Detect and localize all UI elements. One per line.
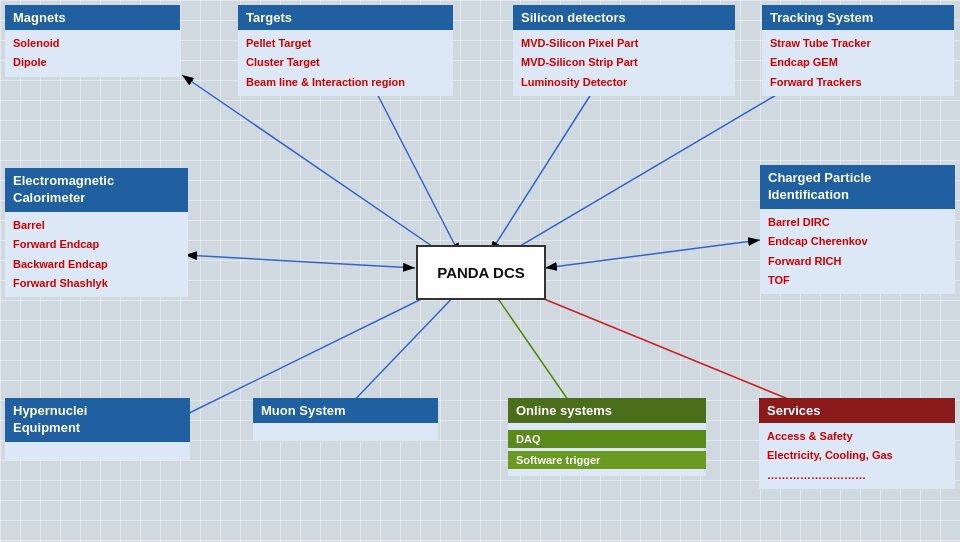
emcal-title: ElectromagneticCalorimeter	[5, 168, 188, 212]
list-item: Electricity, Cooling, Gas	[767, 446, 947, 465]
silicon-title: Silicon detectors	[513, 5, 735, 30]
list-item: Endcap GEM	[770, 53, 946, 72]
list-item: Forward RICH	[768, 252, 947, 271]
magnets-title: Magnets	[5, 5, 180, 30]
targets-box: Targets Pellet Target Cluster Target Bea…	[238, 5, 453, 96]
online-title: Online systems	[508, 398, 706, 423]
list-item: Software trigger	[508, 451, 706, 469]
panda-dcs-box: PANDA DCS	[416, 245, 546, 300]
hypernuclei-box: HypernucleiEquipment	[5, 398, 190, 460]
list-item: MVD-Silicon Pixel Part	[521, 34, 727, 53]
services-box: Services Access & Safety Electricity, Co…	[759, 398, 955, 489]
magnets-box: Magnets Solenoid Dipole	[5, 5, 180, 77]
muon-box: Muon System	[253, 398, 438, 441]
list-item: Dipole	[13, 53, 172, 72]
list-item: MVD-Silicon Strip Part	[521, 53, 727, 72]
emcal-box: ElectromagneticCalorimeter Barrel Forwar…	[5, 168, 188, 297]
online-box: Online systems DAQ Software trigger	[508, 398, 706, 476]
list-item: Backward Endcap	[13, 255, 180, 274]
list-item: DAQ	[508, 430, 706, 448]
services-title: Services	[759, 398, 955, 423]
list-item: Cluster Target	[246, 53, 445, 72]
list-item: Beam line & Interaction region	[246, 73, 445, 92]
list-item: Barrel	[13, 216, 180, 235]
hypernuclei-title: HypernucleiEquipment	[5, 398, 190, 442]
list-item: ………………………	[767, 466, 947, 485]
svg-line-8	[492, 290, 575, 410]
list-item: Access & Safety	[767, 427, 947, 446]
list-item: Luminosity Detector	[521, 73, 727, 92]
svg-line-7	[345, 288, 462, 410]
muon-title: Muon System	[253, 398, 438, 423]
svg-line-1	[370, 80, 460, 255]
silicon-box: Silicon detectors MVD-Silicon Pixel Part…	[513, 5, 735, 96]
list-item: TOF	[768, 271, 947, 290]
list-item: Pellet Target	[246, 34, 445, 53]
svg-line-0	[182, 75, 445, 255]
targets-title: Targets	[238, 5, 453, 30]
svg-line-2	[490, 80, 600, 253]
list-item: Forward Shashlyk	[13, 274, 180, 293]
list-item: Barrel DIRC	[768, 213, 947, 232]
tracking-title: Tracking System	[762, 5, 954, 30]
list-item: Straw Tube Tracker	[770, 34, 946, 53]
list-item: Endcap Cherenkov	[768, 232, 947, 251]
cpid-box: Charged ParticleIdentification Barrel DI…	[760, 165, 955, 294]
list-item: Forward Endcap	[13, 235, 180, 254]
svg-line-4	[185, 255, 415, 268]
panda-dcs-label: PANDA DCS	[437, 264, 525, 281]
svg-line-9	[510, 285, 810, 408]
list-item: Solenoid	[13, 34, 172, 53]
svg-line-5	[545, 240, 760, 268]
list-item: Forward Trackers	[770, 73, 946, 92]
cpid-title: Charged ParticleIdentification	[760, 165, 955, 209]
tracking-box: Tracking System Straw Tube Tracker Endca…	[762, 5, 954, 96]
